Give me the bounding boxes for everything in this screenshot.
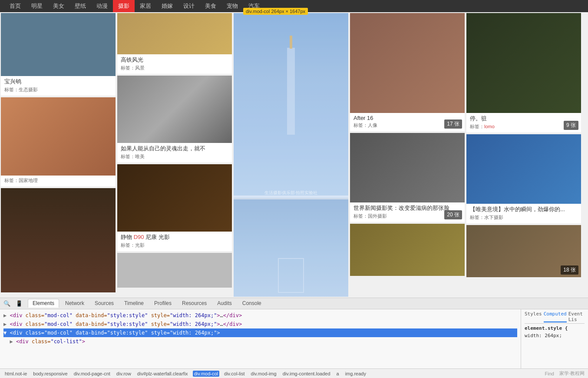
count-badge-18: 18 张: [561, 265, 578, 275]
nav-anime[interactable]: 动漫: [91, 0, 113, 12]
breadcrumb-col-list[interactable]: div.col-list: [223, 371, 246, 377]
lomo-tag: lomo: [484, 124, 495, 129]
devtools-right-tabs: Styles Computed Event Lis: [525, 311, 585, 324]
card-misc[interactable]: [117, 253, 232, 288]
breadcrumb-waterfall[interactable]: div#plz-waterfall.clearfix: [136, 371, 189, 377]
card-baoxingge[interactable]: 宝兴鸲 标签：生态摄影: [1, 13, 116, 96]
card-umbrella-title: 如果人能从自己的灵魂出走，就不: [121, 145, 228, 153]
highlight-d90: D90: [134, 234, 144, 240]
col-3: 餐厅 静物 标签：静物 生活摄影俱乐部·拍照实验社: [234, 13, 348, 297]
count-badge-9: 9 张: [564, 121, 578, 130]
card-gaotie-title: 高铁风光: [121, 56, 228, 64]
card-tingzhu-title: 停。驻: [470, 115, 578, 123]
card-gaotie[interactable]: 高铁风光 标签：风景: [117, 13, 232, 74]
devtools-tabs: 🔍 📱 Elements Network Sources Timeline Pr…: [0, 298, 588, 309]
card-after16[interactable]: 17 张 After 16 标签：人像: [350, 13, 465, 131]
breadcrumb-mod-page[interactable]: div.mod-page-cnt: [73, 371, 112, 377]
devtools-code-panel[interactable]: ▶ <div class="mod-col" data-bind="style:…: [0, 309, 521, 368]
devtools-icon-inspect[interactable]: 🔍: [3, 300, 10, 307]
card-tag-2: 标签：国家地理: [4, 177, 112, 184]
breadcrumb-mod-col[interactable]: div.mod-col: [193, 371, 219, 377]
card-title: 宝兴鸲: [4, 78, 112, 86]
tab-elements[interactable]: Elements: [28, 299, 59, 308]
right-tab-events[interactable]: Event Lis: [568, 311, 585, 322]
card-cafe-title: 静物 D90 尼康 光影: [121, 233, 228, 241]
site-watermark: 家学·教程网: [559, 370, 585, 377]
card-blue-tower-title: 餐厅 静物: [237, 197, 345, 198]
nav-photography[interactable]: 摄影: [113, 0, 135, 12]
card-news[interactable]: 20 张 世界新闻摄影奖：改变爱滋病的那张脸 标签：国外摄影: [350, 133, 465, 222]
tab-console[interactable]: Console: [238, 299, 266, 307]
card-folk[interactable]: [350, 224, 465, 276]
devtools-icon-mobile[interactable]: 📱: [16, 300, 23, 307]
card-tingzhu-tag: 标签：lomo: [470, 123, 578, 130]
card-gaotie-tag: 标签：风景: [121, 65, 228, 71]
breadcrumb-img[interactable]: img.ready: [344, 371, 367, 377]
code-line-1: ▶ <div class="mod-col" data-bind="style:…: [3, 311, 517, 320]
col-4: 17 张 After 16 标签：人像 20 张 世界新闻摄影奖：改变爱滋病的那…: [350, 13, 465, 297]
nav-star[interactable]: 明星: [26, 0, 48, 12]
devtools-panel: 🔍 📱 Elements Network Sources Timeline Pr…: [0, 298, 588, 378]
nav-beauty[interactable]: 美女: [48, 0, 69, 12]
card-woman[interactable]: [1, 188, 116, 292]
card-cafe-tag: 标签：光影: [121, 242, 228, 249]
tooltip: div.mod-col 264px × 1647px: [243, 8, 308, 15]
card-blue-room[interactable]: [234, 199, 348, 297]
computed-title: element.style {: [525, 325, 585, 331]
nav-wallpaper[interactable]: 壁纸: [69, 0, 91, 12]
count-badge-17: 17 张: [444, 119, 462, 129]
devtools-right-panel: Styles Computed Event Lis element.style …: [521, 309, 588, 368]
card-blue-tower[interactable]: 餐厅 静物 标签：静物 生活摄影俱乐部·拍照实验社: [234, 13, 348, 198]
nav-wedding[interactable]: 婚嫁: [156, 0, 178, 12]
columns-wrapper: 宝兴鸲 标签：生态摄影 标签：国家地理 高铁风光: [1, 13, 587, 297]
card-underwater[interactable]: 【唯美意境】水中的瞬间，劲爆你的... 标签：水下摄影: [466, 134, 581, 223]
code-line-4: ▶ <div class="col-list">: [3, 337, 517, 346]
card-tag: 标签：生态摄影: [4, 86, 112, 93]
tab-sources[interactable]: Sources: [90, 299, 118, 307]
tab-timeline[interactable]: Timeline: [120, 299, 148, 307]
nav-design[interactable]: 设计: [178, 0, 200, 12]
bottom-bar: html.not-ie body.responsive div.mod-page…: [0, 368, 588, 378]
tab-audits[interactable]: Audits: [213, 299, 236, 307]
nav-pet[interactable]: 宠物: [221, 0, 243, 12]
breadcrumb-mod-img[interactable]: div.mod-img: [250, 371, 278, 377]
nav-home[interactable]: 首页: [4, 0, 26, 12]
card-underwater-tag: 标签：水下摄影: [470, 214, 578, 221]
card-village[interactable]: 18 张: [466, 225, 581, 277]
breadcrumb-html[interactable]: html.not-ie: [3, 371, 28, 377]
card-umbrella[interactable]: 如果人能从自己的灵魂出走，就不 标签：唯美: [117, 76, 232, 162]
col-5: 9 张 停。驻 标签：lomo 【唯美意境】水中的瞬间，劲爆你的... 标签：水…: [466, 13, 581, 297]
code-line-2: ▶ <div class="mod-col" data-bind="style:…: [3, 320, 517, 328]
breadcrumb-row[interactable]: div.row: [115, 371, 132, 377]
photo-grid: 宝兴鸲 标签：生态摄影 标签：国家地理 高铁风光: [0, 12, 588, 298]
card-underwater-title: 【唯美意境】水中的瞬间，劲爆你的...: [470, 206, 578, 213]
count-badge-20: 20 张: [444, 210, 462, 219]
card-cafe[interactable]: 静物 D90 尼康 光影 标签：光影: [117, 164, 232, 251]
nav-home2[interactable]: 家居: [135, 0, 156, 12]
top-nav: 首页 明星 美女 壁纸 动漫 摄影 家居 婚嫁 设计 美食 宠物 汽车 div.…: [0, 0, 588, 12]
card-lips[interactable]: 标签：国家地理: [1, 97, 116, 186]
card-tingzhu[interactable]: 9 张 停。驻 标签：lomo: [466, 13, 581, 133]
computed-width: width: 264px;: [525, 333, 585, 338]
right-tab-styles[interactable]: Styles: [525, 311, 542, 322]
breadcrumb-img-content[interactable]: div.img-content.loaded: [281, 371, 332, 377]
computed-section: element.style { width: 264px;: [525, 325, 585, 338]
card-umbrella-tag: 标签：唯美: [121, 153, 228, 160]
nav-food[interactable]: 美食: [200, 0, 221, 12]
right-tab-computed[interactable]: Computed: [544, 311, 567, 322]
code-line-3: ▼ <div class="mod-col" data-bind="style:…: [3, 328, 517, 337]
breadcrumb-body[interactable]: body.responsive: [32, 371, 69, 377]
watermark: 生活摄影俱乐部·拍照实验社: [234, 190, 348, 196]
tab-network[interactable]: Network: [61, 299, 89, 307]
find-bar: Find: [545, 371, 554, 376]
col-2: 高铁风光 标签：风景 如果人能从自己的灵魂出走，就不 标签：唯美 静物 D90 …: [117, 13, 232, 297]
devtools-body: ▶ <div class="mod-col" data-bind="style:…: [0, 309, 588, 368]
tab-profiles[interactable]: Profiles: [150, 299, 176, 307]
col-1: 宝兴鸲 标签：生态摄影 标签：国家地理: [1, 13, 116, 297]
breadcrumb-a[interactable]: a: [335, 371, 340, 377]
tab-resources[interactable]: Resources: [178, 299, 211, 307]
